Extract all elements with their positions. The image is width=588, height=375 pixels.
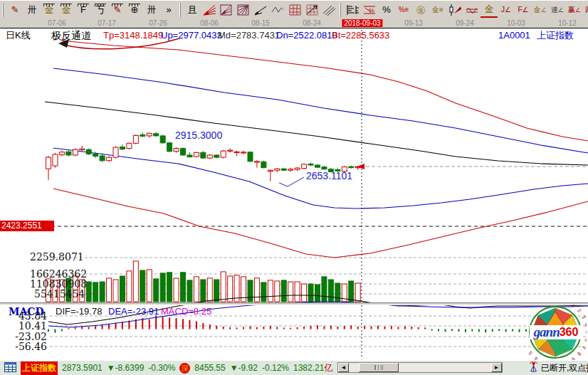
scrollbar-thumb[interactable] (359, 363, 399, 372)
gold-grid-icon[interactable]: 金 (41, 2, 58, 17)
gold-grid2-icon[interactable]: 金 (58, 2, 75, 17)
percent-levels-icon[interactable]: %≡ (395, 2, 412, 17)
hook-grid-icon[interactable]: 丂 (92, 2, 109, 17)
date-tick: 10-12 (558, 19, 577, 27)
alert-price-box[interactable]: 2423.2551 (0, 221, 54, 231)
svg-text:%: % (369, 7, 374, 14)
index-value: 2873.5901 (62, 363, 103, 373)
four-angle-icon[interactable]: 四∠ (583, 2, 588, 17)
j-angle-icon[interactable]: J∠ (498, 2, 515, 17)
toolbar-grip[interactable] (179, 3, 181, 17)
date-axis: 07-0607-1707-2608-0608-1508-242018-09-03… (0, 19, 588, 28)
percent-icon[interactable]: % (378, 2, 395, 17)
date-tick: 08-15 (251, 19, 270, 27)
toolbar-grip[interactable] (340, 3, 341, 17)
indicator-up-value: Up=2977.0433 (161, 31, 222, 40)
scroll-left-button[interactable]: ◄ (338, 363, 349, 372)
toolbar: ✎卅金金F丂✎⊕卅»且%%%≡㊎金≡金J∠F∠金∠速∠赢∠四∠ (0, 0, 588, 19)
gold-circle-icon[interactable]: ㊎ (412, 2, 429, 17)
svg-text:2: 2 (577, 308, 582, 314)
candle-pen-icon[interactable] (446, 2, 463, 17)
macd-axis-label: 10.41 (0, 321, 47, 331)
indicator-md-value: Md=2783.7431 (218, 31, 280, 40)
macd-axis-label: -56.46 (0, 342, 47, 352)
comb-lines-icon[interactable]: 卅 (23, 2, 41, 17)
win-angle-icon[interactable]: 赢∠ (566, 2, 583, 17)
index-change: ▼-8.6399 (107, 363, 145, 373)
logo-text-360: 360 (560, 326, 579, 339)
period-label[interactable]: 日K线 (6, 31, 31, 40)
date-tick: 07-26 (149, 19, 167, 27)
macd-dif-value: DIF=-19.78 (56, 307, 102, 316)
svg-text:1: 1 (571, 305, 576, 308)
overflow-chevron-icon[interactable]: » (160, 2, 177, 17)
gann360-logo-text: gann360 (530, 325, 582, 339)
indicator-bt-value: Bt=2285.5633 (332, 31, 389, 40)
gold-underline-icon[interactable]: 金 (481, 1, 498, 18)
volume-bars-icon[interactable] (344, 2, 361, 17)
horizontal-scrollbar[interactable]: ◄ ► (337, 362, 503, 373)
index-change-pct: -0.30% (148, 363, 175, 373)
quote-table-icon[interactable] (4, 362, 16, 374)
toolbar-grip[interactable] (2, 3, 4, 17)
brush-icon[interactable]: ✎ (6, 2, 23, 17)
gann-box-icon[interactable]: 且 (184, 2, 201, 17)
red-grid-icon[interactable] (286, 2, 303, 17)
macd-axis-label: -23.02 (0, 332, 47, 342)
connection-status-text[interactable]: 已断开,双点打开. (541, 362, 588, 374)
instrument-code[interactable]: 1A0001 (498, 31, 530, 40)
date-tick: 07-06 (48, 19, 66, 27)
sz-index-change-pct: -0.12% (262, 363, 289, 373)
sz-index-change: ▼-9.92 (230, 363, 258, 373)
svg-text:7: 7 (581, 345, 587, 350)
svg-text:5: 5 (585, 331, 587, 334)
date-tick-current: 2018-09-03 (342, 19, 382, 27)
date-tick: 09-24 (456, 19, 474, 27)
market-tab-shanghai[interactable]: 上证指数 (21, 361, 58, 375)
parallel-lines-icon[interactable] (320, 2, 337, 17)
fan-box-icon[interactable] (218, 2, 235, 17)
turnover-value: 1382.21 (293, 363, 324, 373)
instrument-name[interactable]: 上证指数 (537, 31, 574, 40)
pane-divider[interactable] (0, 302, 588, 305)
indicator-tp-value: Tp=3148.1849 (103, 31, 163, 40)
svg-text:6: 6 (584, 338, 587, 342)
percent-line-icon[interactable]: % (361, 2, 378, 17)
f-angle-icon[interactable]: F∠ (515, 2, 532, 17)
grid-arrow-icon[interactable] (303, 2, 320, 17)
shenzhen-badge-icon[interactable]: 深 (179, 363, 190, 374)
indicator-name[interactable]: 极反通道 (51, 31, 91, 41)
volume-axis-label: 166246362 (30, 269, 87, 279)
logo-text-gann: gann (534, 324, 560, 340)
f-grid-icon[interactable]: F (75, 2, 92, 17)
date-tick: 10-03 (507, 19, 525, 27)
trendline-pencil-icon[interactable] (252, 2, 269, 17)
pen-grid-icon[interactable]: ✎ (109, 2, 126, 17)
macd-axis-label: 43.84 (0, 311, 47, 321)
wave-icon[interactable] (463, 2, 481, 17)
turnover-unit: 亿 (324, 362, 332, 374)
connection-antenna-icon[interactable] (528, 361, 539, 375)
date-tick: 09-13 (404, 19, 423, 27)
gold-angle-icon[interactable]: 金∠ (532, 2, 549, 17)
svg-text:4: 4 (584, 322, 587, 327)
date-tick: 08-24 (303, 19, 321, 27)
date-tick: 07-17 (98, 19, 116, 27)
ray-box-icon[interactable] (235, 2, 252, 17)
indicator-dn-value: Dn=2522.0810 (276, 31, 337, 40)
gann-fan-icon[interactable] (201, 2, 218, 17)
gann360-logo: 0123456789012345 gann360 (527, 305, 587, 360)
date-tick: 08-06 (200, 19, 219, 27)
comb2-icon[interactable]: 卅 (143, 2, 160, 17)
kline-chart[interactable]: 日K线 极反通道 Tp=3148.1849 Up=2977.0433 Md=27… (0, 28, 588, 360)
sz-index-value: 8455.55 (194, 363, 225, 373)
zigzag-icon[interactable] (269, 2, 286, 17)
svg-text:8: 8 (577, 352, 582, 357)
volume-axis-label: 55415454 (34, 289, 85, 299)
app-window: ✎卅金金F丂✎⊕卅»且%%%≡㊎金≡金J∠F∠金∠速∠赢∠四∠ 07-0607-… (0, 0, 588, 375)
circle-grid-icon[interactable]: ⊕ (126, 2, 143, 17)
speed-angle-icon[interactable]: 速∠ (549, 2, 566, 17)
scroll-right-button[interactable]: ► (491, 363, 502, 372)
gold-levels-icon[interactable]: 金≡ (429, 2, 446, 17)
svg-text:5: 5 (527, 350, 533, 356)
